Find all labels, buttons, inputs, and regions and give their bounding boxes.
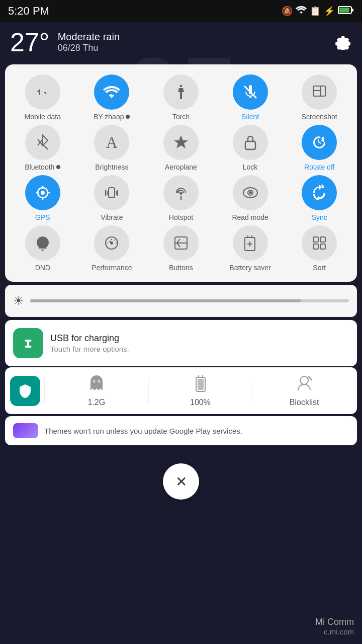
qs-dnd[interactable]: DND bbox=[9, 225, 76, 272]
stat-blocklist[interactable]: Blocklist bbox=[256, 374, 352, 407]
qs-aeroplane[interactable]: Aeroplane bbox=[147, 125, 215, 171]
svg-line-44 bbox=[308, 376, 312, 380]
svg-rect-42 bbox=[198, 379, 204, 390]
stats-divider-1 bbox=[44, 378, 45, 404]
qs-torch[interactable]: Torch bbox=[147, 74, 215, 121]
sort-icon bbox=[302, 225, 337, 261]
readmode-icon bbox=[233, 175, 268, 210]
clipboard-icon: 📋 bbox=[310, 6, 321, 17]
brightness-track[interactable] bbox=[30, 299, 349, 302]
svg-rect-30 bbox=[313, 237, 318, 242]
battery-value: 100% bbox=[190, 398, 211, 407]
lock-icon bbox=[233, 125, 268, 160]
performance-icon bbox=[94, 225, 129, 261]
close-button-area: ✕ bbox=[0, 448, 362, 510]
quick-settings-panel: Mobile data BY-zhaop bbox=[5, 64, 357, 282]
stat-battery[interactable]: 100% bbox=[153, 374, 248, 407]
themes-icon bbox=[13, 423, 38, 438]
security-icon-box bbox=[10, 376, 40, 406]
dnd-icon bbox=[25, 225, 60, 261]
stats-divider-2 bbox=[148, 378, 149, 404]
stat-storage[interactable]: 1.2G bbox=[49, 374, 144, 407]
svg-rect-2 bbox=[352, 9, 353, 12]
readmode-label: Read mode bbox=[232, 213, 268, 221]
hotspot-label: Hotspot bbox=[169, 213, 193, 221]
battery-stat-icon bbox=[194, 374, 207, 396]
qs-readmode[interactable]: Read mode bbox=[217, 175, 284, 221]
rotate-icon bbox=[302, 125, 337, 160]
qs-screenshot[interactable]: Screenshot bbox=[286, 74, 353, 121]
storage-value: 1.2G bbox=[87, 398, 105, 407]
qs-wifi[interactable]: BY-zhaop bbox=[78, 74, 146, 121]
qs-lock[interactable]: Lock bbox=[217, 125, 284, 171]
svg-point-37 bbox=[94, 381, 95, 382]
themes-text: Themes won't run unless you update Googl… bbox=[44, 427, 242, 435]
themes-notification[interactable]: Themes won't run unless you update Googl… bbox=[5, 416, 357, 445]
wifi-dot bbox=[126, 115, 130, 119]
qs-bluetooth[interactable]: Bluetooth bbox=[9, 125, 76, 171]
usb-title: USB for charging bbox=[50, 333, 349, 344]
batterysaver-icon bbox=[233, 225, 268, 261]
qs-brightness[interactable]: A Brightness bbox=[78, 125, 146, 171]
screenshot-label: Screenshot bbox=[302, 113, 337, 121]
svg-point-43 bbox=[300, 376, 308, 384]
close-button[interactable]: ✕ bbox=[163, 463, 199, 500]
usb-subtitle: Touch for more options. bbox=[50, 345, 349, 353]
qs-buttons[interactable]: Buttons bbox=[147, 225, 215, 272]
mobile-data-label: Mobile data bbox=[25, 113, 61, 121]
usb-notification[interactable]: USB for charging Touch for more options. bbox=[5, 320, 357, 366]
svg-rect-1 bbox=[339, 8, 349, 13]
bluetooth-label: Bluetooth bbox=[25, 163, 54, 171]
qs-performance[interactable]: Performance bbox=[78, 225, 146, 272]
settings-icon[interactable] bbox=[334, 32, 352, 53]
watermark: Mi Comm c.mi.com bbox=[315, 617, 354, 636]
brightness-sun-icon: ☀ bbox=[13, 294, 24, 308]
status-icons: 🔕 📋 ⚡ bbox=[282, 6, 354, 17]
qs-batterysaver[interactable]: Battery saver bbox=[217, 225, 284, 272]
silent-label: Silent bbox=[241, 113, 259, 121]
weather-temp: 27° bbox=[10, 29, 50, 55]
svg-rect-31 bbox=[320, 237, 325, 242]
mobile-data-icon bbox=[25, 74, 60, 110]
sync-icon bbox=[302, 175, 337, 210]
lock-label: Lock bbox=[243, 163, 258, 171]
weather-info: Moderate rain 06/28 Thu bbox=[58, 31, 120, 53]
sync-label: Sync bbox=[312, 213, 327, 221]
batterysaver-label: Battery saver bbox=[229, 264, 270, 272]
gps-icon bbox=[25, 175, 60, 210]
hotspot-icon bbox=[163, 175, 199, 210]
vibrate-label: Vibrate bbox=[101, 213, 123, 221]
watermark-url: c.mi.com bbox=[315, 627, 354, 636]
qs-mobile-data[interactable]: Mobile data bbox=[9, 74, 76, 121]
svg-point-11 bbox=[41, 191, 45, 195]
qs-gps[interactable]: GPS bbox=[9, 175, 76, 221]
bluetooth-icon bbox=[25, 125, 60, 160]
qs-vibrate[interactable]: Vibrate bbox=[78, 175, 146, 221]
rotate-label: Rotate off bbox=[304, 163, 334, 171]
weather-description: Moderate rain bbox=[58, 31, 120, 43]
brightness-slider-bar[interactable]: ☀ bbox=[5, 285, 357, 317]
qs-rotate[interactable]: Rotate off bbox=[286, 125, 353, 171]
stats-card: 1.2G 100% bbox=[5, 367, 357, 414]
qs-hotspot[interactable]: Hotspot bbox=[147, 175, 215, 221]
blocklist-value: Blocklist bbox=[290, 398, 319, 407]
performance-label: Performance bbox=[92, 264, 132, 272]
battery-icon bbox=[338, 6, 354, 17]
stats-divider-3 bbox=[252, 378, 252, 404]
gps-label: GPS bbox=[35, 213, 50, 221]
bluetooth-label-container: Bluetooth bbox=[25, 163, 60, 171]
qs-silent[interactable]: Silent bbox=[217, 74, 284, 121]
buttons-icon bbox=[163, 225, 199, 261]
brightness-fill bbox=[30, 299, 301, 302]
blocklist-icon bbox=[296, 374, 312, 396]
mute-icon: 🔕 bbox=[282, 6, 293, 17]
usb-notif-content: USB for charging Touch for more options. bbox=[50, 333, 349, 353]
qs-sync[interactable]: Sync bbox=[286, 175, 353, 221]
usb-icon bbox=[13, 328, 43, 358]
wifi-icon bbox=[296, 6, 307, 17]
svg-point-20 bbox=[249, 192, 251, 194]
svg-rect-9 bbox=[245, 141, 255, 149]
qs-grid: Mobile data BY-zhaop bbox=[9, 72, 353, 274]
qs-sort[interactable]: Sort bbox=[286, 225, 353, 272]
status-bar: 5:20 PM 🔕 📋 ⚡ bbox=[0, 0, 362, 22]
